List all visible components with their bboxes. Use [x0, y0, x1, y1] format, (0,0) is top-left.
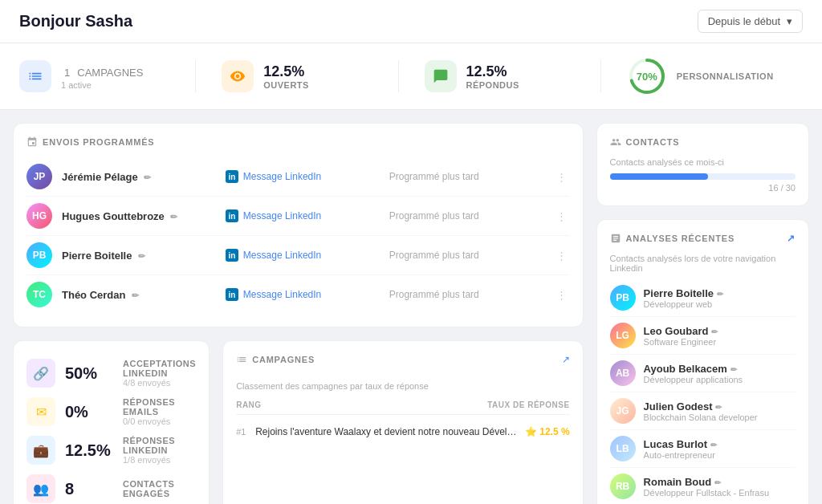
metric-row: 💼 12.5% RÉPONSES LINKEDIN 1/8 envoyés	[26, 431, 196, 469]
chevron-down-icon: ▾	[787, 15, 792, 27]
ouverts-icon	[222, 60, 254, 92]
contacts-subtitle: Contacts analysés ce mois-ci	[610, 157, 796, 167]
recent-analyses-card: ANALYSES RÉCENTES ↗ Contacts analysés lo…	[596, 219, 809, 504]
metrics-row: 🔗 50% ACCEPTATIONS LINKEDIN 4/8 envoyés …	[13, 340, 584, 504]
scheduled-row: JP Jérémie Pélage ✏ in Message LinkedIn …	[26, 157, 570, 197]
avatar: JP	[26, 164, 52, 189]
date-selector[interactable]: Depuis le début ▾	[698, 10, 803, 33]
personnalisation-value: 70%	[637, 71, 657, 83]
ouverts-label: OUVERTS	[263, 80, 309, 90]
contact-role: Auto-entrepreneur	[644, 450, 796, 460]
personnalisation-chart: 70%	[627, 56, 667, 96]
message-type: in Message LinkedIn	[226, 249, 380, 262]
campaigns-title: CAMPAGNES	[236, 354, 315, 365]
metric-value: 0%	[65, 403, 113, 421]
contact-role: Software Engineer	[644, 337, 796, 347]
personnalisation-label: PERSONNALISATION	[677, 71, 774, 81]
stat-personnalisation: 70% PERSONNALISATION	[601, 56, 803, 96]
analyses-external-link[interactable]: ↗	[787, 233, 796, 244]
stat-campagnes: 1 CAMPAGNES 1 active	[19, 60, 196, 92]
metric-label: CONTACTS ENGAGÉS	[123, 479, 196, 498]
linkedin-icon: in	[226, 288, 238, 301]
contact-name: Julien Godest ✏	[644, 400, 796, 413]
contact-name: Hugues Gouttebroze ✏	[62, 210, 216, 222]
more-options-button[interactable]: ⋮	[553, 168, 570, 186]
contact-name: Romain Boud ✏	[644, 476, 796, 488]
campagnes-label: CAMPAGNES	[77, 67, 143, 79]
left-column: ENVOIS PROGRAMMÉS JP Jérémie Pélage ✏ in…	[13, 123, 584, 504]
contact-name: Pierre Boitelle ✏	[644, 287, 796, 299]
stat-repondus: 12.5% RÉPONDUS	[399, 60, 601, 92]
campaign-row: #1 Rejoins l'aventure Waalaxy et devient…	[236, 421, 569, 442]
campaigns-card: CAMPAGNES ↗ Classement des campagnes par…	[222, 340, 583, 504]
avatar: PB	[610, 285, 636, 311]
scheduled-row: TC Théo Cerdan ✏ in Message LinkedIn Pro…	[26, 275, 570, 314]
stats-bar: 1 CAMPAGNES 1 active 12.5% OUVERTS 12.5%…	[0, 43, 822, 110]
avatar: LB	[610, 436, 636, 461]
contact-role: Développeur web	[644, 299, 796, 309]
metric-row: 🔗 50% ACCEPTATIONS LINKEDIN 4/8 envoyés	[26, 354, 196, 392]
avatar: HG	[26, 203, 52, 229]
recent-contact-row: LG Leo Goubard ✏ Software Engineer	[610, 317, 796, 355]
repondus-label: RÉPONDUS	[466, 80, 519, 90]
date-selector-label: Depuis le début	[708, 15, 780, 27]
scheduled-time: Programmé plus tard	[389, 250, 543, 261]
metric-label: ACCEPTATIONS LINKEDIN	[123, 359, 196, 378]
contacts-progress: 16 / 30	[610, 173, 796, 193]
metric-row: ✉ 0% RÉPONSES EMAILS 0/0 envoyés	[26, 392, 196, 431]
more-options-button[interactable]: ⋮	[553, 286, 570, 304]
contact-role: Développeur applications	[644, 375, 796, 384]
scheduled-list: JP Jérémie Pélage ✏ in Message LinkedIn …	[26, 157, 570, 314]
metrics-card: 🔗 50% ACCEPTATIONS LINKEDIN 4/8 envoyés …	[13, 340, 210, 504]
contact-name: Ayoub Belkacem ✏	[644, 363, 796, 375]
linkedin-icon: in	[226, 249, 238, 262]
recent-contact-row: PB Pierre Boitelle ✏ Développeur web	[610, 279, 796, 317]
metric-value: 8	[65, 480, 113, 498]
metric-icon: ✉	[26, 397, 55, 426]
campagnes-sublabel: 1 active	[61, 80, 143, 90]
metric-icon: 🔗	[26, 359, 55, 388]
contact-name: Jérémie Pélage ✏	[62, 171, 216, 183]
campaign-rate: ⭐ 12.5 %	[525, 426, 570, 437]
recent-contacts-list: PB Pierre Boitelle ✏ Développeur web LG …	[610, 279, 796, 504]
avatar: PB	[26, 242, 52, 268]
linkedin-icon: in	[226, 209, 238, 222]
metric-value: 12.5%	[65, 441, 113, 460]
metric-icon: 💼	[26, 436, 55, 465]
more-options-button[interactable]: ⋮	[553, 207, 570, 226]
message-type: in Message LinkedIn	[226, 288, 380, 301]
scheduled-time: Programmé plus tard	[389, 289, 543, 300]
contact-role: Blockchain Solana developer	[644, 413, 796, 422]
message-type: in Message LinkedIn	[226, 209, 380, 222]
top-bar: Bonjour Sasha Depuis le début ▾	[0, 0, 822, 43]
main-content: ENVOIS PROGRAMMÉS JP Jérémie Pélage ✏ in…	[0, 110, 822, 504]
avatar: AB	[610, 360, 636, 386]
more-options-button[interactable]: ⋮	[553, 246, 570, 265]
greeting: Bonjour Sasha	[19, 12, 132, 30]
contact-name: Leo Goubard ✏	[644, 325, 796, 337]
contacts-progress-bar-bg	[610, 173, 796, 180]
campagnes-value: 1	[64, 67, 70, 79]
right-column: CONTACTS Contacts analysés ce mois-ci 16…	[596, 123, 809, 504]
ouverts-value: 12.5%	[263, 63, 309, 80]
recent-contact-row: JG Julien Godest ✏ Blockchain Solana dev…	[610, 392, 796, 430]
repondus-icon	[425, 60, 457, 92]
stat-ouverts: 12.5% OUVERTS	[196, 60, 398, 92]
metric-icon: 👥	[26, 474, 55, 503]
avatar: RB	[610, 474, 636, 499]
metric-value: 50%	[65, 364, 113, 383]
contacts-progress-fill	[610, 173, 709, 180]
scheduled-row: PB Pierre Boitelle ✏ in Message LinkedIn…	[26, 236, 570, 275]
recent-contact-row: AB Ayoub Belkacem ✏ Développeur applicat…	[610, 355, 796, 392]
campaign-name: Rejoins l'aventure Waalaxy et devient no…	[255, 426, 519, 437]
contacts-title: CONTACTS	[610, 136, 796, 148]
scheduled-row: HG Hugues Gouttebroze ✏ in Message Linke…	[26, 197, 570, 236]
contact-role: Développeur Fullstack - Enfrasu	[644, 488, 796, 498]
campagnes-icon	[19, 60, 51, 92]
campaigns-external-link[interactable]: ↗	[562, 354, 570, 365]
campaigns-list: #1 Rejoins l'aventure Waalaxy et devient…	[236, 421, 569, 442]
contact-name: Pierre Boitelle ✏	[62, 250, 216, 262]
contact-name: Lucas Burlot ✏	[644, 438, 796, 450]
avatar: TC	[26, 282, 52, 307]
contacts-progress-label: 16 / 30	[610, 183, 796, 193]
